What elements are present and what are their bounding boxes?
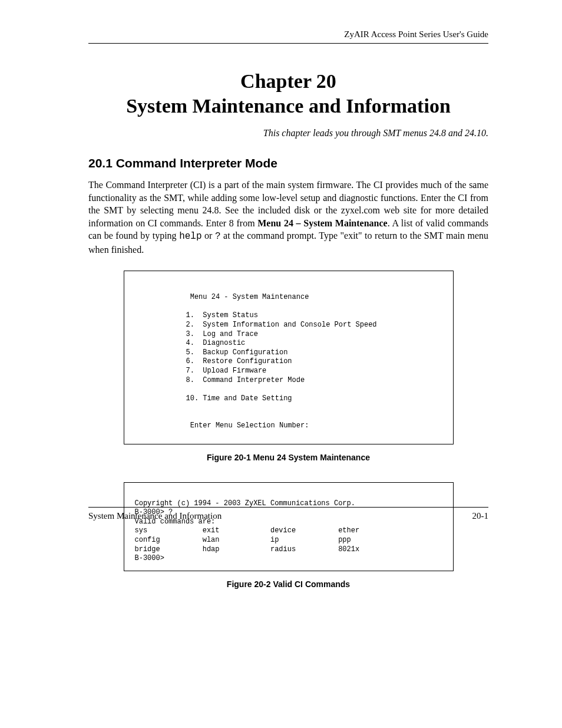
footer-left: System Maintenance and Information (88, 511, 222, 521)
fig1-item: 4. Diagnostic (186, 339, 246, 347)
fig1-title: Menu 24 - System Maintenance (186, 293, 309, 301)
figure-1-caption: Figure 20-1 Menu 24 System Maintenance (88, 453, 488, 462)
section-heading: 20.1 Command Interpreter Mode (88, 156, 488, 170)
menu-bold: Menu 24 – System Maintenance (257, 218, 387, 228)
fig2-line: B-3000> (135, 554, 164, 562)
chapter-title: System Maintenance and Information (88, 95, 488, 117)
fig1-item: 6. Restore Configuration (186, 357, 292, 365)
chapter-intro: This chapter leads you through SMT menus… (88, 128, 488, 139)
fig1-item: 8. Command Interpreter Mode (186, 376, 305, 384)
fig1-item: 3. Log and Trace (186, 330, 258, 338)
para-text-3: or (202, 230, 215, 241)
fig2-line: bridge hdap radius 8021x (135, 545, 360, 554)
fig1-item: 2. System Information and Console Port S… (186, 321, 377, 329)
footer-right: 20-1 (472, 511, 489, 521)
q-code: ? (215, 231, 221, 242)
header-guide: ZyAIR Access Point Series User's Guide (88, 29, 488, 39)
body-paragraph: The Command Interpreter (CI) is a part o… (88, 179, 488, 256)
fig1-prompt: Enter Menu Selection Number: (186, 421, 309, 430)
fig1-item: 10. Time and Date Setting (186, 394, 292, 403)
figure-2-caption: Figure 20-2 Valid CI Commands (88, 579, 488, 589)
fig1-item: 7. Upload Firmware (186, 367, 267, 375)
help-code: help (179, 231, 201, 242)
fig2-line: Copyright (c) 1994 - 2003 ZyXEL Communic… (135, 499, 355, 508)
fig1-item: 1. System Status (186, 311, 258, 319)
figure-1-box: Menu 24 - System Maintenance 1. System S… (124, 271, 454, 445)
fig2-line: config wlan ip ppp (135, 536, 351, 544)
page-footer: System Maintenance and Information 20-1 (88, 507, 488, 521)
chapter-number: Chapter 20 (88, 70, 488, 93)
footer-rule (88, 507, 488, 508)
header-rule (88, 43, 488, 44)
fig2-line: sys exit device ether (135, 526, 360, 535)
fig1-item: 5. Backup Configuration (186, 348, 288, 357)
figure-2-box: Copyright (c) 1994 - 2003 ZyXEL Communic… (124, 482, 454, 571)
